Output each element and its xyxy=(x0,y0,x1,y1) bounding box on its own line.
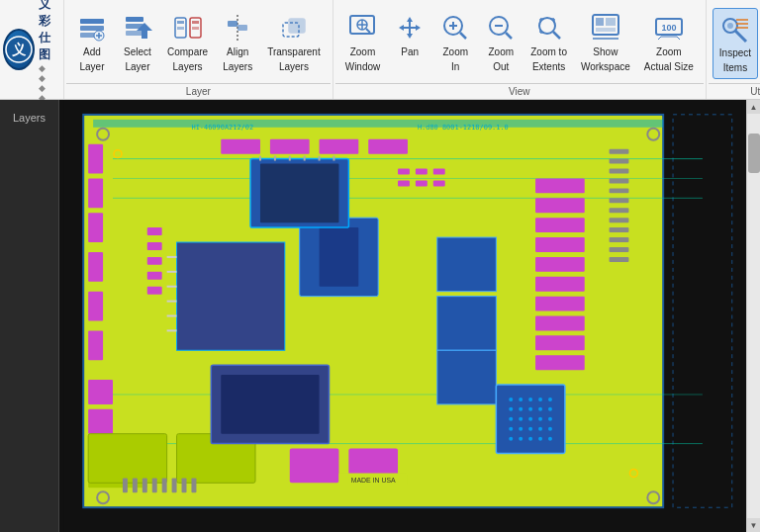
zoom-out-button[interactable]: Zoom Out xyxy=(479,8,522,77)
zoom-window-button[interactable]: Zoom Window xyxy=(339,8,387,77)
svg-rect-87 xyxy=(437,237,497,292)
view-group-label: View xyxy=(335,83,704,97)
svg-point-160 xyxy=(548,407,552,411)
svg-rect-67 xyxy=(88,252,103,282)
svg-rect-17 xyxy=(192,27,199,30)
scroll-down-arrow[interactable]: ▼ xyxy=(747,518,761,532)
scroll-up-arrow[interactable]: ▲ xyxy=(747,100,761,114)
svg-rect-89 xyxy=(437,350,497,404)
svg-rect-97 xyxy=(535,316,585,331)
zoom-in-icon xyxy=(439,12,471,44)
svg-rect-63 xyxy=(93,120,663,128)
zoom-out-icon xyxy=(485,12,517,44)
svg-point-156 xyxy=(509,407,513,411)
svg-text:100: 100 xyxy=(661,23,676,33)
svg-rect-38 xyxy=(596,18,604,26)
svg-rect-132 xyxy=(320,139,359,154)
zoom-extents-button[interactable]: Zoom to Extents xyxy=(524,8,573,77)
svg-rect-112 xyxy=(610,169,629,174)
svg-line-31 xyxy=(460,33,466,39)
zoom-extents-label: Zoom to xyxy=(530,46,567,58)
compare-layers-icon xyxy=(172,12,204,44)
svg-point-159 xyxy=(538,407,542,411)
select-layer-button[interactable]: Select Layer xyxy=(116,8,159,77)
transparent-layers-button[interactable]: Transparent Layers xyxy=(261,8,327,77)
pan-button[interactable]: Pan xyxy=(388,8,431,62)
align-layers-button[interactable]: Align Layers xyxy=(216,8,259,77)
svg-point-163 xyxy=(528,417,532,421)
zoom-in-label2: In xyxy=(451,61,459,73)
svg-point-153 xyxy=(528,398,532,401)
svg-line-45 xyxy=(658,37,661,40)
compare-layers-label2: Layers xyxy=(173,61,203,73)
zoom-in-button[interactable]: Zoom In xyxy=(433,8,477,77)
svg-rect-130 xyxy=(221,139,260,154)
svg-rect-96 xyxy=(535,297,585,311)
svg-rect-115 xyxy=(610,198,629,203)
vertical-scrollbar[interactable]: ▲ ▼ xyxy=(746,100,760,532)
svg-rect-10 xyxy=(126,17,143,22)
svg-rect-88 xyxy=(437,297,497,351)
svg-point-161 xyxy=(509,417,513,421)
svg-line-49 xyxy=(735,31,746,42)
inspect-items-label2: Items xyxy=(723,62,747,74)
svg-rect-19 xyxy=(228,21,238,27)
app-title: 义彩仕图 xyxy=(39,0,60,63)
add-layer-label2: Layer xyxy=(79,61,104,73)
zoom-actual-icon: 100 xyxy=(653,12,685,44)
svg-rect-116 xyxy=(610,208,629,213)
zoom-actual-label2: Actual Size xyxy=(644,61,694,73)
svg-rect-16 xyxy=(192,21,199,24)
svg-rect-144 xyxy=(398,169,410,175)
svg-point-155 xyxy=(548,398,552,401)
svg-rect-178 xyxy=(147,257,162,265)
svg-rect-124 xyxy=(142,478,147,492)
add-layer-icon xyxy=(76,12,108,44)
svg-rect-119 xyxy=(610,237,629,242)
show-workspace-button[interactable]: Show Workspace xyxy=(575,8,636,77)
svg-point-173 xyxy=(528,437,532,441)
zoom-out-label: Zoom xyxy=(488,46,514,58)
inspect-items-button[interactable]: Inspect Items xyxy=(712,8,758,79)
svg-rect-73 xyxy=(177,242,285,350)
svg-point-35 xyxy=(539,18,555,34)
toolbar-group-layer: Add Layer Select Layer xyxy=(64,0,333,99)
svg-rect-93 xyxy=(535,237,585,252)
select-layer-label2: Layer xyxy=(125,61,149,73)
svg-rect-94 xyxy=(535,257,585,272)
align-layers-icon xyxy=(222,12,253,44)
layers-panel: Layers xyxy=(0,100,59,532)
inspect-items-icon xyxy=(719,13,751,44)
svg-text:义: 义 xyxy=(12,42,27,57)
toolbar: 义 义彩仕图 ◆ ◆ ◆ ◆ xyxy=(0,0,760,100)
scroll-thumb[interactable] xyxy=(748,133,760,173)
svg-rect-65 xyxy=(88,178,103,208)
svg-point-168 xyxy=(528,427,532,431)
svg-rect-179 xyxy=(147,272,162,280)
pan-icon xyxy=(394,12,426,44)
main-area: Layers xyxy=(0,100,760,532)
svg-rect-69 xyxy=(88,330,103,360)
canvas-area[interactable]: MADE IN USA xyxy=(59,100,746,532)
svg-rect-122 xyxy=(123,478,128,492)
svg-rect-40 xyxy=(596,28,616,32)
svg-rect-133 xyxy=(368,139,408,154)
add-layer-button[interactable]: Add Layer xyxy=(70,8,114,77)
svg-line-25 xyxy=(366,29,370,33)
svg-point-162 xyxy=(519,417,522,421)
svg-point-167 xyxy=(519,427,522,431)
zoom-actual-button[interactable]: 100 Zoom Actual Size xyxy=(638,8,700,77)
svg-rect-86 xyxy=(320,227,359,287)
svg-rect-98 xyxy=(535,335,585,350)
compare-layers-button[interactable]: Compare Layers xyxy=(161,8,214,77)
svg-rect-135 xyxy=(260,164,338,223)
svg-rect-90 xyxy=(535,178,585,193)
svg-point-172 xyxy=(519,437,522,441)
svg-rect-149 xyxy=(433,180,445,186)
svg-rect-92 xyxy=(535,218,585,232)
svg-rect-8 xyxy=(126,31,143,36)
toolbar-group-utility: Inspect Items Detail Magnifier xyxy=(707,0,760,99)
svg-point-169 xyxy=(538,427,542,431)
svg-point-152 xyxy=(519,398,522,401)
svg-rect-71 xyxy=(88,409,113,434)
